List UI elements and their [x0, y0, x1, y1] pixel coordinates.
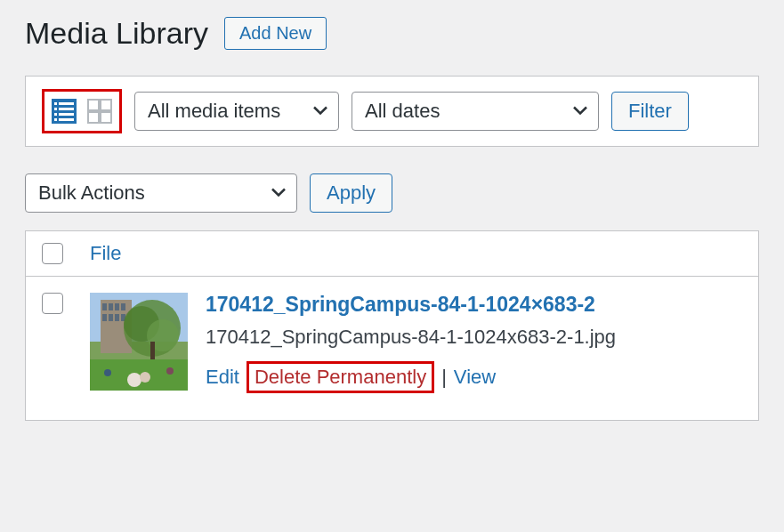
item-filename: 170412_SpringCampus-84-1-1024x683-2-1.jp…	[206, 326, 616, 349]
svg-point-29	[127, 373, 141, 387]
svg-rect-18	[115, 303, 119, 310]
view-link[interactable]: View	[454, 366, 496, 389]
row-checkbox[interactable]	[42, 293, 63, 314]
add-new-button[interactable]: Add New	[224, 17, 327, 50]
delete-permanently-link[interactable]: Delete Permanently	[247, 361, 434, 393]
svg-rect-21	[109, 314, 113, 321]
bulk-actions-select-wrap[interactable]: Bulk Actions	[25, 173, 297, 213]
svg-rect-19	[121, 303, 125, 310]
filter-button[interactable]: Filter	[611, 92, 689, 131]
bulk-actions-select[interactable]: Bulk Actions	[25, 173, 297, 213]
row-actions: Edit Delete Permanently | View	[206, 361, 616, 393]
apply-button[interactable]: Apply	[310, 173, 392, 213]
svg-point-32	[166, 367, 174, 375]
svg-rect-3	[54, 108, 57, 110]
date-filter[interactable]: All dates	[352, 92, 599, 131]
table-header: File	[26, 231, 758, 277]
select-all-checkbox[interactable]	[42, 243, 63, 264]
media-table: File	[25, 230, 759, 421]
svg-rect-5	[54, 113, 57, 116]
bulk-actions-row: Bulk Actions Apply	[25, 173, 759, 213]
page-header: Media Library Add New	[25, 16, 759, 51]
grid-icon	[85, 97, 114, 125]
svg-rect-11	[88, 112, 99, 123]
edit-link[interactable]: Edit	[206, 366, 239, 389]
list-view-button[interactable]	[48, 95, 80, 127]
separator: |	[441, 366, 447, 389]
view-toggle-group	[42, 89, 122, 133]
svg-rect-1	[54, 102, 57, 105]
svg-rect-16	[102, 303, 107, 310]
svg-rect-20	[102, 314, 107, 321]
svg-rect-6	[59, 113, 74, 116]
svg-rect-9	[88, 100, 99, 110]
table-row: 170412_SpringCampus-84-1-1024×683-2 1704…	[26, 277, 758, 420]
row-content: 170412_SpringCampus-84-1-1024×683-2 1704…	[90, 293, 742, 393]
row-text: 170412_SpringCampus-84-1-1024×683-2 1704…	[206, 293, 616, 393]
svg-rect-10	[101, 100, 111, 110]
svg-rect-4	[59, 108, 74, 110]
svg-rect-22	[115, 314, 119, 321]
page-title: Media Library	[25, 16, 208, 51]
filter-bar: All media items All dates Filter	[25, 76, 759, 147]
svg-point-30	[140, 372, 150, 383]
svg-point-31	[104, 369, 111, 376]
svg-rect-12	[101, 112, 111, 123]
thumbnail[interactable]	[90, 293, 188, 391]
svg-rect-2	[59, 102, 74, 105]
svg-rect-17	[109, 303, 113, 310]
list-icon	[50, 97, 78, 125]
date-select[interactable]: All dates	[352, 92, 599, 131]
item-title-link[interactable]: 170412_SpringCampus-84-1-1024×683-2	[206, 293, 616, 317]
media-type-select[interactable]: All media items	[134, 92, 339, 131]
media-type-filter[interactable]: All media items	[134, 92, 339, 131]
svg-rect-7	[54, 118, 57, 121]
column-header-file[interactable]: File	[90, 242, 121, 265]
grid-view-button[interactable]	[84, 95, 116, 127]
svg-rect-8	[59, 118, 74, 121]
media-library-page: Media Library Add New	[0, 0, 784, 437]
